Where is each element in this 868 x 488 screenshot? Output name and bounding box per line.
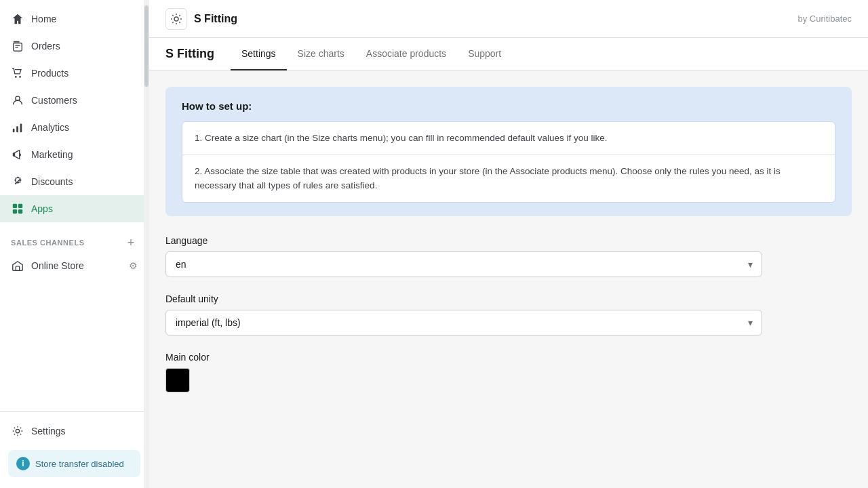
sidebar-footer: Settings i Store transfer disabled: [0, 411, 149, 488]
topbar: S Fitting by Curitibatec: [149, 0, 868, 38]
topbar-left: S Fitting: [165, 8, 237, 30]
setup-card: How to set up: 1. Create a size chart (i…: [165, 87, 852, 216]
sidebar: Home Orders Products Custo: [0, 0, 149, 488]
tab-support[interactable]: Support: [457, 38, 512, 70]
sidebar-item-discounts[interactable]: Discounts: [0, 168, 149, 195]
setup-step-1: 1. Create a size chart (in the Size char…: [182, 122, 835, 155]
store-transfer-banner[interactable]: i Store transfer disabled: [8, 450, 140, 477]
analytics-icon: [11, 121, 24, 134]
sidebar-item-home[interactable]: Home: [0, 5, 149, 33]
svg-point-5: [19, 76, 21, 78]
content-area: S Fitting Settings Size charts Associate…: [149, 38, 868, 488]
orders-icon: [11, 39, 24, 53]
products-icon: [11, 66, 24, 80]
main-color-field-group: Main color: [165, 352, 852, 392]
sidebar-item-customers-label: Customers: [31, 95, 77, 106]
sidebar-item-online-store-label: Online Store: [31, 260, 84, 271]
svg-rect-13: [13, 204, 17, 208]
svg-rect-15: [13, 209, 17, 214]
sidebar-nav: Home Orders Products Custo: [0, 0, 149, 228]
store-transfer-text: Store transfer disabled: [35, 459, 124, 469]
setup-card-title: How to set up:: [182, 100, 835, 112]
sidebar-scrollbar-track: [144, 0, 149, 488]
main-area: S Fitting by Curitibatec S Fitting Setti…: [149, 0, 868, 488]
add-sales-channel-button[interactable]: +: [124, 236, 138, 249]
topbar-attribution: by Curitibatec: [798, 14, 852, 24]
default-unity-label: Default unity: [165, 293, 852, 304]
sidebar-item-discounts-label: Discounts: [31, 176, 73, 187]
customers-icon: [11, 94, 24, 107]
tab-associate-products[interactable]: Associate products: [355, 38, 457, 70]
sales-channels-section: SALES CHANNELS +: [0, 228, 149, 252]
language-label: Language: [165, 235, 852, 246]
default-unity-select-wrapper: imperial (ft, lbs) metric (cm, kg): [165, 310, 762, 336]
home-icon: [11, 12, 24, 26]
sidebar-item-settings[interactable]: Settings: [0, 418, 149, 445]
svg-rect-9: [20, 124, 22, 133]
sidebar-item-marketing[interactable]: Marketing: [0, 141, 149, 168]
sidebar-item-customers[interactable]: Customers: [0, 87, 149, 114]
default-unity-field-group: Default unity imperial (ft, lbs) metric …: [165, 293, 852, 336]
setup-steps: 1. Create a size chart (in the Size char…: [182, 121, 835, 203]
tab-settings[interactable]: Settings: [231, 38, 287, 70]
setup-step-2: 2. Associate the size table that was cre…: [182, 155, 835, 202]
language-field-group: Language en pt es fr de: [165, 235, 852, 277]
settings-icon: [11, 424, 24, 438]
app-icon: [165, 8, 187, 30]
sidebar-item-home-label: Home: [31, 14, 56, 24]
svg-point-12: [19, 180, 20, 181]
sidebar-item-orders-label: Orders: [31, 41, 60, 52]
language-select[interactable]: en pt es fr de: [165, 251, 762, 277]
sub-nav: S Fitting Settings Size charts Associate…: [149, 38, 868, 70]
sidebar-item-products-label: Products: [31, 68, 68, 79]
default-unity-select[interactable]: imperial (ft, lbs) metric (cm, kg): [165, 310, 762, 336]
svg-rect-16: [18, 209, 22, 214]
language-select-wrapper: en pt es fr de: [165, 251, 762, 277]
online-store-settings-icon[interactable]: ⚙: [129, 260, 138, 271]
discounts-icon: [11, 175, 24, 188]
svg-point-18: [16, 429, 19, 432]
sidebar-item-online-store[interactable]: Online Store ⚙: [0, 252, 149, 279]
sidebar-item-marketing-label: Marketing: [31, 149, 73, 160]
main-color-label: Main color: [165, 352, 852, 363]
svg-rect-8: [16, 126, 18, 132]
tab-size-charts[interactable]: Size charts: [287, 38, 355, 70]
info-icon: i: [16, 457, 30, 470]
apps-icon: [11, 202, 24, 216]
store-icon: [11, 259, 24, 272]
main-color-swatch[interactable]: [165, 368, 190, 392]
svg-point-11: [15, 183, 16, 184]
marketing-icon: [11, 148, 24, 161]
sidebar-scrollbar-thumb[interactable]: [144, 5, 149, 87]
svg-point-4: [15, 76, 17, 78]
sidebar-item-analytics-label: Analytics: [31, 122, 69, 133]
svg-rect-7: [13, 129, 15, 132]
sidebar-item-apps-label: Apps: [31, 203, 53, 214]
sidebar-item-apps[interactable]: Apps: [0, 195, 149, 222]
svg-rect-14: [18, 204, 22, 208]
sidebar-item-settings-label: Settings: [31, 426, 66, 436]
sub-nav-title: S Fitting: [165, 47, 214, 61]
svg-rect-17: [16, 266, 19, 270]
page-content: How to set up: 1. Create a size chart (i…: [149, 70, 868, 425]
svg-rect-0: [14, 41, 20, 43]
sidebar-item-analytics[interactable]: Analytics: [0, 114, 149, 141]
svg-point-19: [174, 17, 178, 21]
topbar-title: S Fitting: [194, 13, 237, 25]
sidebar-item-orders[interactable]: Orders: [0, 33, 149, 60]
sidebar-item-products[interactable]: Products: [0, 60, 149, 87]
